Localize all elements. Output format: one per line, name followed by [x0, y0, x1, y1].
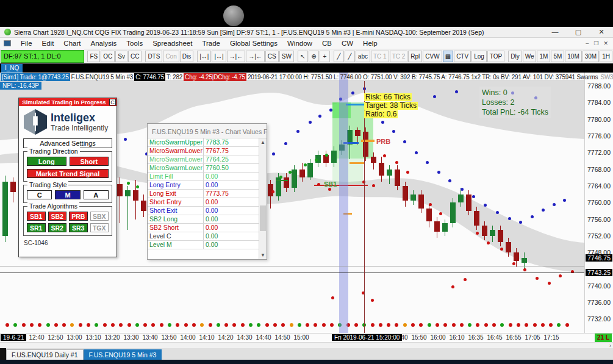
- algo-button-sr1[interactable]: SR1: [27, 223, 46, 232]
- algo-button-sr3[interactable]: SR3: [69, 223, 88, 232]
- crosshair-time-box: Fri 2019-06-21 15:20:00: [332, 334, 402, 341]
- toolbar-button-fs[interactable]: FS: [87, 51, 100, 62]
- style-button-c[interactable]: C: [27, 190, 52, 199]
- chartbook-tab[interactable]: I_NQ: [1, 64, 23, 73]
- signal-dot: [476, 232, 479, 235]
- algo-button-sbx[interactable]: SBX: [90, 212, 109, 221]
- signal-dot: [318, 115, 321, 118]
- chart-values-row-value: 0.00: [204, 198, 259, 206]
- chart-values-scrollbar[interactable]: ▲ ▼: [259, 138, 267, 259]
- squeeze-bars-right-icon[interactable]: →|←: [246, 51, 265, 62]
- chart-values-title[interactable]: F.US.ENQU19 5 Min #3 - Chart Values For.…: [148, 124, 267, 138]
- bar-spacing-increase-icon[interactable]: |↔|: [212, 51, 226, 62]
- toolbar-button-sw[interactable]: SW: [279, 51, 294, 62]
- toolbar-button-dis[interactable]: Dis: [180, 51, 193, 62]
- panel-header[interactable]: Simulated Trading in Progress C: [19, 98, 117, 106]
- pointer-tool-icon[interactable]: ↖: [298, 51, 308, 62]
- candle-body: [418, 194, 424, 209]
- toolbar-button-sv[interactable]: Sv: [115, 51, 127, 62]
- price-tick: 7772.00: [587, 149, 611, 156]
- menu-item-edit[interactable]: Edit: [37, 40, 59, 47]
- menu-item-help[interactable]: Help: [358, 40, 382, 47]
- chart-values-rows: MicroSwarmUpper Ag7783.75MicroSwarmLower…: [148, 138, 259, 249]
- price-axis[interactable]: 7788.007784.007780.007776.007772.007768.…: [584, 73, 613, 333]
- panel-collapse-button[interactable]: C: [109, 99, 116, 105]
- bottom-tab[interactable]: F.US.ENQU19 Daily #1: [6, 349, 84, 360]
- menu-item-spreadsheet[interactable]: Spreadsheet: [148, 40, 197, 47]
- style-button-a[interactable]: A: [84, 190, 109, 199]
- mdi-minimize-icon[interactable]: –: [586, 40, 589, 46]
- toolbar-button-we[interactable]: We: [523, 51, 537, 62]
- ray-tool-icon[interactable]: ╱: [345, 51, 355, 62]
- sb1-label: SB1: [324, 180, 337, 188]
- menu-item-tools[interactable]: Tools: [121, 40, 148, 47]
- toolbar-button-log[interactable]: Log: [471, 51, 487, 62]
- trend-dot: [533, 323, 537, 327]
- toolbar-button-top[interactable]: TOP: [487, 51, 504, 62]
- squeeze-bars-left-icon[interactable]: →|←: [227, 51, 246, 62]
- scroll-down-icon[interactable]: ▼: [259, 251, 267, 259]
- cross-tool-icon[interactable]: +: [320, 51, 330, 62]
- horizontal-scrollbar[interactable]: ›: [0, 342, 613, 348]
- market-trend-signal-button[interactable]: Market Trend Signal: [27, 169, 109, 178]
- menu-item-trade[interactable]: Trade: [197, 40, 225, 47]
- toolbar-button-dly[interactable]: Dly: [508, 51, 522, 62]
- toolbar-button-ctv[interactable]: CTV: [454, 51, 471, 62]
- toolbar-button-oc[interactable]: OC: [101, 51, 115, 62]
- toolbar-button-cs[interactable]: CS: [265, 51, 279, 62]
- signal-dot: [395, 161, 398, 164]
- menu-bar: FileEditChartAnalysisToolsSpreadsheetTra…: [0, 38, 613, 49]
- advanced-settings-button[interactable]: Advanced Settings: [23, 138, 112, 148]
- menu-item-chart[interactable]: Chart: [59, 40, 85, 47]
- long-button[interactable]: Long: [27, 157, 66, 166]
- signal-dot: [500, 248, 503, 251]
- menu-item-cw[interactable]: CW: [337, 40, 358, 47]
- trend-dot: [411, 323, 415, 327]
- toolbar-button-abc[interactable]: abc: [356, 51, 370, 62]
- toolbar-button-10m[interactable]: 10M: [565, 51, 581, 62]
- toolbar-button-rpl[interactable]: Rpl: [408, 51, 422, 62]
- algo-button-sb2[interactable]: SB2: [48, 212, 67, 221]
- trend-dot: [403, 323, 407, 327]
- toolbar-button-cvw[interactable]: CVW: [423, 51, 442, 62]
- scrollbar-thumb[interactable]: [260, 205, 266, 231]
- signal-dot: [383, 154, 386, 157]
- signal-dot: [523, 268, 526, 271]
- menu-item-global-settings[interactable]: Global Settings: [225, 40, 282, 47]
- mdi-close-icon[interactable]: ✕: [603, 40, 608, 46]
- tabbar-corner: [0, 348, 6, 360]
- toolbar-button-1h[interactable]: 1H: [600, 51, 612, 62]
- toolbar-button-1m[interactable]: 1M: [537, 51, 550, 62]
- close-button[interactable]: ✕: [590, 27, 613, 37]
- algo-button-sb1[interactable]: SB1: [27, 212, 46, 221]
- status-line: [Sim1] Trade: 1@7743.25F.US.ENQU19 5 Min…: [1, 73, 613, 81]
- bar-spacing-decrease-icon[interactable]: |↔|: [197, 51, 211, 62]
- brand-name: Inteligex: [51, 112, 108, 124]
- toolbar-button-dts[interactable]: DTS: [145, 51, 162, 62]
- mdi-restore-icon[interactable]: ❐: [593, 40, 598, 46]
- signal-dot: [508, 217, 511, 220]
- short-button[interactable]: Short: [70, 157, 109, 166]
- chart-values-tool-icon[interactable]: ▦: [443, 51, 453, 62]
- menu-item-analysis[interactable]: Analysis: [85, 40, 121, 47]
- maximize-button[interactable]: ▢: [567, 27, 590, 37]
- menu-item-cb[interactable]: CB: [317, 40, 337, 47]
- algo-button-prb[interactable]: PRB: [69, 212, 88, 221]
- algo-button-tgx[interactable]: TGX: [90, 223, 109, 232]
- line-tool-icon[interactable]: ╱: [334, 51, 344, 62]
- minimize-button[interactable]: —: [543, 27, 567, 37]
- status-segment-5: 2019-06-21 17:00:00 H: 7751.50 L: 7746.0…: [246, 73, 599, 81]
- toolbar-button-30m[interactable]: 30M: [583, 51, 599, 62]
- bottom-tab-active[interactable]: F.US.ENQU19 5 Min #3: [84, 349, 162, 360]
- algo-button-sr2[interactable]: SR2: [48, 223, 67, 232]
- menu-item-file[interactable]: File: [16, 40, 37, 47]
- style-button-m[interactable]: M: [55, 190, 80, 199]
- scroll-up-icon[interactable]: ▲: [259, 138, 267, 146]
- menu-item-window[interactable]: Window: [282, 40, 317, 47]
- toolbar-button-cc[interactable]: CC: [128, 51, 142, 62]
- signal-dot: [392, 130, 395, 133]
- crosshair-tool-icon[interactable]: ⊕: [309, 51, 319, 62]
- chart-values-row-label: MicroSwarmLower Co: [148, 147, 204, 155]
- time-axis[interactable]: 19-6-2112:4012:5013:0013:1013:2013:3013:…: [0, 333, 613, 342]
- toolbar-button-5m[interactable]: 5M: [551, 51, 564, 62]
